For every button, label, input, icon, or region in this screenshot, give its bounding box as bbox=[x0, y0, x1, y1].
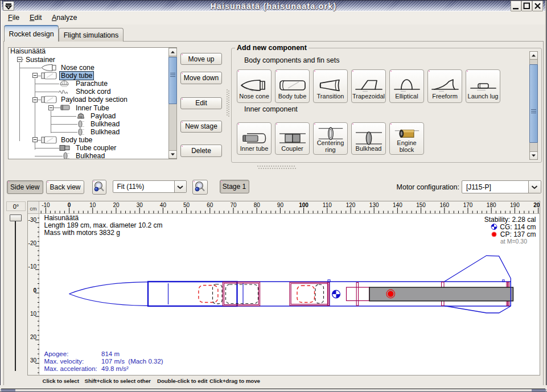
svg-text:130: 130 bbox=[369, 202, 379, 208]
svg-text:-30: -30 bbox=[28, 217, 36, 223]
svg-text:100: 100 bbox=[299, 202, 309, 208]
svg-text:0: 0 bbox=[33, 287, 36, 294]
svg-text:107 m/s (Mach 0.32): 107 m/s (Mach 0.32) bbox=[101, 358, 163, 365]
svg-text:kg: kg bbox=[79, 115, 83, 118]
svg-text:200: 200 bbox=[533, 202, 540, 208]
svg-text:60: 60 bbox=[207, 202, 213, 208]
svg-text:20: 20 bbox=[30, 334, 36, 340]
svg-text:Max. acceleration:: Max. acceleration: bbox=[44, 365, 97, 372]
svg-text:150: 150 bbox=[416, 202, 426, 208]
svg-text:180: 180 bbox=[487, 202, 496, 208]
svg-text:Mass with motors 3832 g: Mass with motors 3832 g bbox=[44, 229, 120, 237]
svg-text:190: 190 bbox=[510, 202, 520, 208]
svg-text:0: 0 bbox=[68, 202, 71, 208]
svg-text:80: 80 bbox=[254, 202, 261, 208]
svg-text:Stability: 2.28 cal: Stability: 2.28 cal bbox=[484, 216, 536, 224]
svg-text:160: 160 bbox=[439, 202, 449, 208]
svg-text:Apogee:: Apogee: bbox=[44, 350, 69, 357]
svg-text:Haisunäätä: Haisunäätä bbox=[44, 214, 79, 222]
svg-text:at M=0.30: at M=0.30 bbox=[500, 238, 527, 245]
svg-text:30: 30 bbox=[30, 357, 36, 364]
svg-text:90: 90 bbox=[277, 202, 284, 208]
svg-text:30: 30 bbox=[137, 202, 143, 208]
svg-text:10: 10 bbox=[89, 202, 96, 208]
svg-text:Max. velocity:: Max. velocity: bbox=[44, 358, 84, 365]
svg-text:-10: -10 bbox=[28, 263, 36, 270]
svg-text:40: 40 bbox=[160, 202, 167, 208]
svg-text:Length 189 cm, max. diameter 1: Length 189 cm, max. diameter 10.2 cm bbox=[44, 221, 163, 229]
svg-text:50: 50 bbox=[183, 202, 190, 208]
svg-text:140: 140 bbox=[393, 202, 402, 208]
svg-text:49.8 m/s²: 49.8 m/s² bbox=[101, 365, 129, 372]
svg-text:120: 120 bbox=[346, 202, 356, 208]
svg-text:-10: -10 bbox=[42, 202, 50, 208]
svg-text:-20: -20 bbox=[28, 240, 36, 246]
svg-text:814 m: 814 m bbox=[101, 350, 120, 357]
svg-text:10: 10 bbox=[30, 311, 36, 317]
svg-text:CG: 114 cm: CG: 114 cm bbox=[500, 223, 536, 231]
svg-text:70: 70 bbox=[230, 202, 237, 208]
svg-text:110: 110 bbox=[323, 202, 332, 208]
svg-text:20: 20 bbox=[113, 202, 120, 208]
svg-text:170: 170 bbox=[463, 202, 473, 208]
